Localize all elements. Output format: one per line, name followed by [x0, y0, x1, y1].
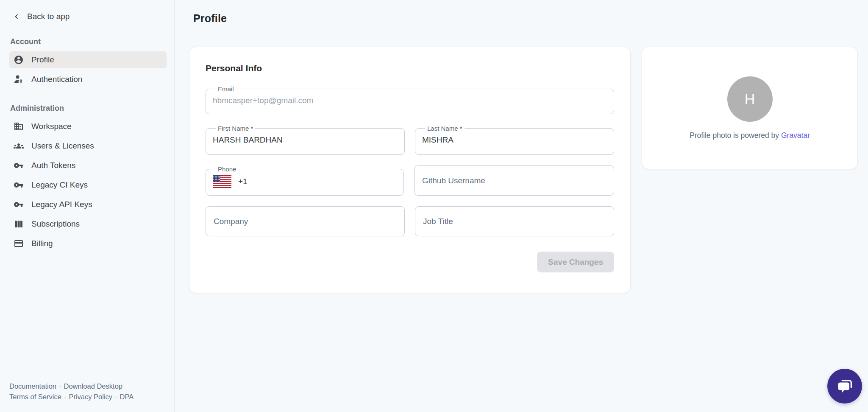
phone-label: Phone [218, 165, 236, 173]
job-title-input[interactable] [423, 217, 606, 226]
last-name-field[interactable]: Last Name * [415, 125, 614, 155]
download-desktop-link[interactable]: Download Desktop [64, 382, 122, 390]
columns-icon [14, 219, 24, 229]
section-label-account: Account [10, 37, 167, 46]
sidebar: Back to app Account Profile Authenticati… [0, 0, 175, 412]
sidebar-item-label: Users & Licenses [31, 141, 94, 151]
us-flag-icon[interactable] [213, 175, 231, 188]
footer-row-2: Terms of Service·Privacy Policy·DPA [9, 392, 167, 403]
key-icon [14, 180, 24, 190]
save-changes-button[interactable]: Save Changes [537, 252, 614, 272]
sidebar-item-legacy-api-keys[interactable]: Legacy API Keys [9, 196, 167, 213]
gravatar-caption-text: Profile photo is powered by [690, 131, 781, 140]
personal-info-card: Personal Info Email First Name * Last Na… [189, 47, 631, 293]
section-label-administration: Administration [10, 104, 167, 113]
chat-widget-button[interactable] [827, 369, 862, 404]
sidebar-item-label: Subscriptions [31, 219, 80, 229]
company-input[interactable] [214, 217, 397, 226]
documentation-link[interactable]: Documentation [9, 382, 56, 390]
sidebar-item-auth-tokens[interactable]: Auth Tokens [9, 157, 167, 174]
company-job-row [206, 206, 614, 236]
sidebar-item-authentication[interactable]: Authentication [9, 71, 167, 88]
first-name-label: First Name * [218, 125, 253, 132]
key-icon [14, 199, 24, 210]
back-to-app-label: Back to app [27, 12, 70, 21]
sidebar-footer: Documentation·Download Desktop Terms of … [9, 381, 167, 403]
separator: · [56, 382, 64, 390]
save-row: Save Changes [206, 252, 614, 272]
account-circle-icon [14, 55, 24, 65]
sidebar-item-users-licenses[interactable]: Users & Licenses [9, 137, 167, 154]
sidebar-item-label: Billing [31, 239, 53, 248]
sidebar-item-label: Workspace [31, 122, 72, 131]
separator: · [112, 393, 120, 401]
building-icon [14, 121, 24, 132]
sidebar-item-subscriptions[interactable]: Subscriptions [9, 216, 167, 233]
sidebar-item-billing[interactable]: Billing [9, 235, 167, 252]
page-title: Profile [193, 12, 227, 25]
gravatar-link[interactable]: Gravatar [781, 131, 810, 140]
groups-icon [14, 141, 24, 151]
github-username-input[interactable] [422, 176, 606, 185]
back-to-app-button[interactable]: Back to app [9, 10, 167, 23]
personal-info-title: Personal Info [206, 63, 614, 73]
first-name-input[interactable] [213, 135, 398, 145]
email-row: Email [206, 85, 614, 114]
email-field[interactable]: Email [206, 85, 614, 114]
sidebar-item-label: Authentication [31, 75, 82, 84]
phone-field[interactable]: Phone [206, 165, 404, 196]
content-area: Personal Info Email First Name * Last Na… [175, 37, 868, 293]
company-field[interactable] [206, 206, 405, 236]
avatar-letter: H [745, 91, 755, 107]
avatar: H [727, 76, 773, 122]
email-input[interactable] [213, 96, 607, 105]
phone-dial-code[interactable]: +1 [238, 177, 248, 186]
main-area: Profile Personal Info Email First Name *… [175, 0, 868, 412]
sidebar-item-label: Legacy API Keys [31, 200, 92, 209]
chevron-left-icon [12, 12, 21, 21]
last-name-label: Last Name * [427, 125, 462, 132]
page-header: Profile [175, 0, 868, 37]
sidebar-item-label: Profile [31, 55, 54, 64]
first-name-field[interactable]: First Name * [206, 125, 405, 155]
footer-row-1: Documentation·Download Desktop [9, 381, 167, 392]
privacy-policy-link[interactable]: Privacy Policy [69, 393, 112, 401]
sidebar-item-label: Legacy CI Keys [31, 180, 88, 190]
sidebar-item-profile[interactable]: Profile [9, 51, 167, 68]
separator: · [61, 393, 69, 401]
name-row: First Name * Last Name * [206, 125, 614, 155]
phone-github-row: Phone [206, 165, 614, 196]
gravatar-card: H Profile photo is powered by Gravatar [642, 47, 858, 169]
credit-card-icon [14, 238, 24, 249]
sidebar-item-label: Auth Tokens [31, 161, 75, 170]
gravatar-caption: Profile photo is powered by Gravatar [690, 131, 810, 140]
terms-of-service-link[interactable]: Terms of Service [9, 393, 61, 401]
person-key-icon [14, 74, 24, 84]
sidebar-item-legacy-ci-keys[interactable]: Legacy CI Keys [9, 177, 167, 193]
sidebar-item-workspace[interactable]: Workspace [9, 118, 167, 135]
last-name-input[interactable] [422, 135, 607, 145]
github-username-field[interactable] [414, 165, 614, 196]
job-title-field[interactable] [415, 206, 614, 236]
key-icon [14, 160, 24, 171]
email-label: Email [218, 85, 234, 92]
dpa-link[interactable]: DPA [120, 393, 134, 401]
chat-bubble-icon [835, 376, 854, 396]
